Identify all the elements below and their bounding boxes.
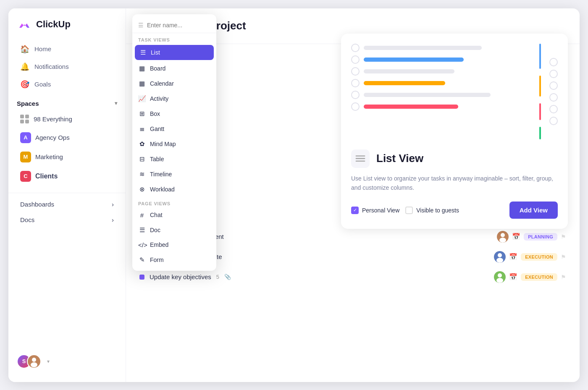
dropdown-item-box[interactable]: ⊞ Box [132,106,216,121]
agency-ops-label: Agency Ops [35,134,70,141]
chevron-right-icon-docs: › [112,216,114,223]
preview-row [351,55,533,64]
user-area: S ▾ [8,349,126,374]
dropdown-item-table[interactable]: ⊟ Table [132,152,216,167]
goals-label: Goals [34,81,51,88]
circle-icon [351,91,360,99]
clickup-logo-icon [17,17,32,32]
preview-row [351,44,533,52]
chevron-down-user-icon[interactable]: ▾ [47,359,50,364]
gantt-label: Gantt [150,126,164,132]
clients-label: Clients [35,173,58,180]
sidebar-item-docs[interactable]: Docs › [12,212,122,228]
list-icon: ☰ [139,49,147,56]
sidebar-item-agency-ops[interactable]: A Agency Ops [12,128,122,147]
preview-description: Use List view to organize your tasks in … [351,174,558,193]
app-name: ClickUp [36,19,71,30]
visible-guests-label: Visible to guests [416,207,459,214]
svg-marker-0 [19,24,29,28]
sidebar-item-everything[interactable]: 98 Everything [12,110,122,128]
circle-icon [549,81,558,90]
preview-lines-block [351,44,533,139]
circle-icon [549,93,558,102]
dropdown-item-timeline[interactable]: ≋ Timeline [132,167,216,182]
dropdown-item-activity[interactable]: 📈 Activity [132,91,216,106]
preview-row [351,102,533,111]
sidebar-item-dashboards[interactable]: Dashboards › [12,196,122,212]
svg-point-10 [498,273,502,277]
timeline-icon: ≋ [138,170,146,178]
sidebar: ClickUp 🏠 Home 🔔 Notifications 🎯 Goals S… [8,8,126,382]
visible-guests-toggle[interactable]: Visible to guests [405,207,459,214]
sidebar-item-marketing[interactable]: M Marketing [12,147,122,167]
personal-view-checkbox[interactable]: ✓ [351,207,359,214]
preview-row [351,91,533,99]
add-view-button[interactable]: Add View [509,202,558,219]
task-label: Update key objectives [150,273,211,280]
page-views-label: PAGE VIEWS [132,197,216,208]
dropdown-item-chat[interactable]: # Chat [132,208,216,222]
marketing-label: Marketing [35,153,63,160]
home-label: Home [34,45,51,52]
mind-map-icon: ✿ [138,140,146,148]
timeline-label: Timeline [150,171,172,178]
svg-rect-13 [356,158,365,159]
flag-icon: ⚑ [561,233,566,240]
task-count: 5 [216,274,219,280]
embed-label: Embed [150,241,168,248]
task-tag-planning: PLANNING [524,233,557,241]
svg-point-4 [501,233,505,237]
task-meta: 📅 EXECUTION ⚑ [494,251,566,263]
line-bar [364,93,491,97]
list-view-icon [351,149,370,168]
dropdown-item-mind-map[interactable]: ✿ Mind Map [132,136,216,152]
visible-guests-checkbox[interactable] [405,207,413,214]
circle-icon [549,58,558,66]
dashboards-label: Dashboards [20,201,54,208]
preview-illustration [351,44,558,139]
line-bar-yellow [364,81,445,85]
doc-icon: ☰ [138,226,146,234]
chevron-right-icon: › [112,201,114,208]
dropdown-item-list[interactable]: ☰ List [135,45,214,60]
doc-label: Doc [150,227,160,233]
dropdown-item-workload[interactable]: ⊗ Workload [132,182,216,197]
personal-view-toggle[interactable]: ✓ Personal View [351,207,399,214]
line-bar [364,69,454,73]
svg-point-8 [496,258,503,263]
sidebar-item-clients[interactable]: C Clients [12,167,122,186]
activity-label: Activity [150,95,168,102]
avatar-stack: S [17,354,41,369]
dropdown-item-calendar[interactable]: ▦ Calendar [132,76,216,91]
home-icon: 🏠 [20,44,29,54]
personal-view-label: Personal View [362,207,399,214]
dropdown-item-form[interactable]: ✎ Form [132,252,216,267]
circle-icon [549,105,558,113]
task-views-label: TASK VIEWS [132,33,216,44]
sidebar-item-goals[interactable]: 🎯 Goals [12,76,122,93]
form-label: Form [150,257,164,263]
docs-label: Docs [20,216,34,223]
dropdown-item-gantt[interactable]: ≣ Gantt [132,121,216,136]
bar-green [539,127,541,139]
dropdown-item-embed[interactable]: </> Embed [132,238,216,252]
preview-row [351,79,533,87]
clients-badge: C [20,171,31,182]
workload-icon: ⊗ [138,186,146,193]
view-name-input[interactable] [147,22,216,29]
chevron-down-icon[interactable]: ▾ [115,100,117,106]
circle-col [549,44,558,139]
sidebar-item-home[interactable]: 🏠 Home [12,40,122,58]
chat-label: Chat [150,212,163,218]
flag-icon: ⚑ [561,254,566,260]
preview-title: List View [376,152,423,165]
line-bar-red [364,105,458,109]
dropdown-item-board[interactable]: ▦ Board [132,61,216,76]
attachment-icon: 📎 [224,274,231,280]
task-meta: 📅 PLANNING ⚑ [497,231,566,243]
notifications-label: Notifications [34,63,69,70]
svg-point-7 [498,253,502,257]
svg-point-5 [499,238,506,243]
dropdown-item-doc[interactable]: ☰ Doc [132,222,216,238]
sidebar-item-notifications[interactable]: 🔔 Notifications [12,58,122,76]
